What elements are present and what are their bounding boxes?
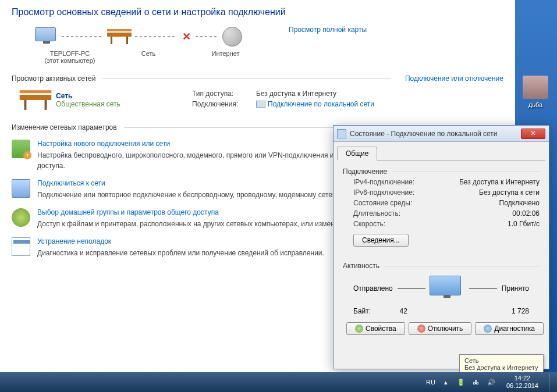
system-tray: RU ▴ 🔋 🖧 🔊 14:22 06.12.2014 [426,373,557,391]
tooltip-line2: Без доступа к Интернету [464,364,538,371]
speed-value: 1.0 Гбит/с [508,220,540,228]
diagnose-icon [484,325,492,333]
disable-icon [417,325,425,333]
ipv6-value: Без доступа к сети [479,188,540,197]
battery-icon[interactable]: 🔋 [456,377,466,387]
disable-button[interactable]: Отключить [409,322,472,335]
dialog-titlebar[interactable]: Состояние - Подключение по локальной сет… [334,126,549,142]
media-state-value: Подключено [499,199,540,207]
network-tray-icon[interactable]: 🖧 [471,377,481,387]
bytes-label: Байт: [353,307,371,315]
map-pc-label: TEPLOFF-PC [29,50,111,57]
close-button[interactable]: ✕ [521,129,545,139]
bench-icon [107,29,132,44]
change-settings-label: Изменение сетевых параметров [12,123,117,131]
media-state-label: Состояние среды: [353,199,412,207]
disconnected-x-icon: ✕ [180,31,192,42]
map-node-network[interactable] [107,29,132,44]
map-node-internet[interactable] [222,27,242,47]
divider-line [392,172,540,172]
nic-icon [337,129,346,138]
bytes-sent-value: 42 [400,307,407,315]
homegroup-icon [12,208,30,227]
desktop-shortcut-label: дьба [521,101,550,108]
desktop-shortcut[interactable]: дьба [521,76,550,108]
ipv6-label: IPv6-подключение: [353,188,414,197]
new-connection-icon [12,140,30,158]
connection-status-dialog: Состояние - Подключение по локальной сет… [333,125,549,369]
sent-label: Отправлено [353,284,393,293]
tab-general[interactable]: Общие [337,147,377,161]
computer-activity-icon [430,276,464,301]
nic-icon [256,101,265,108]
divider-line [102,79,391,79]
connection-line-icon [62,36,104,37]
active-net-type[interactable]: Общественная сеть [56,100,120,108]
properties-icon [355,325,363,333]
clock-time: 14:22 [506,375,538,382]
map-net-label: Сеть [111,50,186,64]
view-full-map-link[interactable]: Просмотр полной карты [289,26,367,34]
access-type-value: Без доступа к Интернету [256,90,336,98]
properties-button[interactable]: Свойства [346,322,405,335]
globe-icon [222,27,242,47]
divider-line [384,266,540,266]
activity-fieldset-label: Активность [343,262,379,270]
taskbar-clock[interactable]: 14:22 06.12.2014 [502,373,543,391]
map-internet-label: Интернет [186,50,265,64]
received-label: Принято [502,284,529,293]
task-title: Устранение неполадок [37,237,324,245]
map-node-pc[interactable] [35,27,58,46]
tooltip-line1: Сеть [464,357,538,364]
access-type-label: Тип доступа: [192,90,256,98]
duration-value: 00:02:06 [512,209,540,218]
activity-line-icon [469,288,497,289]
details-button[interactable]: Сведения... [353,234,409,247]
connection-line-icon [196,36,219,37]
ipv4-value: Без доступа к Интернету [459,178,540,186]
network-tray-tooltip: Сеть Без доступа к Интернету [459,354,544,374]
connection-name-text: Подключение по локальной сети [268,100,374,108]
language-indicator[interactable]: RU [426,379,435,386]
taskbar[interactable]: RU ▴ 🔋 🖧 🔊 14:22 06.12.2014 [0,372,557,392]
desktop-shortcut-image [523,76,548,99]
troubleshoot-icon [12,237,30,256]
connect-network-icon [12,179,30,198]
computer-icon [35,27,58,46]
active-net-name[interactable]: Сеть [56,92,120,100]
diagnose-button[interactable]: Диагностика [475,322,544,335]
duration-label: Длительность: [353,209,400,218]
page-title: Просмотр основных сведений о сети и наст… [12,7,503,17]
bench-icon [20,90,52,110]
connection-fieldset-label: Подключение [343,168,387,176]
volume-icon[interactable]: 🔊 [487,377,496,387]
speed-label: Скорость: [353,220,385,228]
task-desc: Диагностика и исправление сетевых пробле… [37,248,324,258]
connections-label: Подключения: [192,100,256,108]
bytes-received-value: 1 728 [512,307,529,315]
active-networks-label: Просмотр активных сетей [12,74,95,83]
ipv4-label: IPv4-подключение: [353,178,414,186]
network-map: ✕ [35,27,503,47]
activity-line-icon [398,288,425,289]
connection-link[interactable]: Подключение по локальной сети [256,100,374,108]
map-pc-sublabel: (этот компьютер) [29,57,111,64]
clock-date: 06.12.2014 [506,382,538,390]
connection-line-icon [135,36,177,37]
tray-chevron-up-icon[interactable]: ▴ [441,377,450,387]
connect-disconnect-link[interactable]: Подключение или отключение [405,74,503,83]
show-desktop-button[interactable] [549,373,554,391]
dialog-title-text: Состояние - Подключение по локальной сет… [350,130,498,138]
